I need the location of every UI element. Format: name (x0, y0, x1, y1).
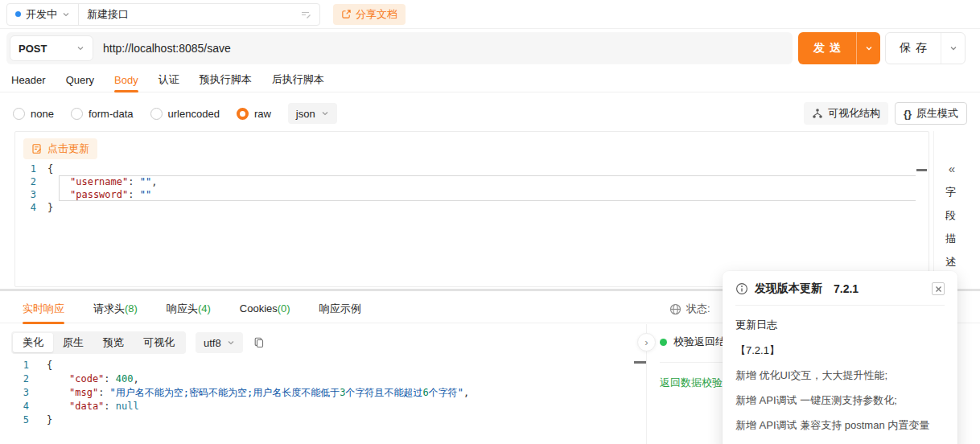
visual-structure-button[interactable]: 可视化结构 (804, 102, 888, 125)
changelog-item: 新增 API调试 一键压测支持参数化; (735, 393, 945, 408)
code-line: 2 "code": 400, (0, 372, 634, 386)
chevron-down-icon (865, 44, 873, 52)
body-row-right: 可视化结构 {} 原生模式 (804, 102, 967, 125)
field-description-label[interactable]: 字段描述 (945, 180, 958, 273)
tab-body[interactable]: Body (114, 68, 138, 92)
validation-status-dot (660, 339, 667, 346)
code-line: 4 "data": null (0, 400, 634, 413)
response-code-area[interactable]: 1 { 2 "code": 400, 3 "msg": "用户名不能为空;密码不… (0, 359, 634, 444)
count-badge: (0) (278, 302, 290, 314)
radio-raw[interactable]: raw (237, 108, 271, 120)
edit-icon[interactable] (300, 9, 311, 20)
api-name-value: 新建接口 (87, 7, 129, 22)
api-name-input[interactable]: 新建接口 (79, 4, 319, 25)
tab-post-script[interactable]: 后执行脚本 (272, 68, 324, 92)
share-doc-button[interactable]: 分享文档 (333, 4, 406, 25)
status-dot-icon (15, 11, 21, 17)
radio-circle-checked (237, 108, 249, 120)
body-editor[interactable]: 点击更新 1 { 2 "username": "", 3 "password":… (14, 131, 929, 287)
validation-title: 校验返回结 (673, 335, 726, 349)
send-button[interactable]: 发送 (798, 32, 880, 64)
changelog-item: 新增 API调试 兼容支持 postman 内置变量 (735, 417, 945, 433)
validation-title-row: 校验返回结 (660, 335, 726, 349)
radio-form-data[interactable]: form-data (71, 108, 134, 120)
api-status-select[interactable]: 开发中 (7, 4, 79, 25)
status-label: 开发中 (26, 7, 57, 22)
send-options-caret[interactable] (856, 32, 880, 64)
radio-circle (13, 108, 25, 120)
url-input[interactable]: http://localhost:8085/save (103, 42, 231, 55)
chevron-down-icon (76, 44, 84, 52)
body-type-row: none form-data urlencoded raw json 可视化结构… (0, 100, 980, 127)
validation-result-link[interactable]: 返回数据校验 (660, 376, 723, 390)
method-select[interactable]: POST (10, 35, 93, 61)
status-label: 状态: (686, 302, 710, 316)
minimap-code-dash (916, 169, 927, 171)
tab-response-example[interactable]: 响应示例 (319, 294, 361, 323)
body-code-area[interactable]: 1 { 2 "username": "", 3 "password": "" 4… (15, 162, 916, 286)
tab-header[interactable]: Header (11, 68, 46, 92)
send-label: 发送 (798, 32, 856, 64)
view-preview[interactable]: 预览 (93, 333, 134, 352)
code-line: 5 } (0, 413, 634, 427)
encoding-select[interactable]: utf8 (196, 332, 243, 353)
tab-pre-script[interactable]: 预执行脚本 (200, 68, 252, 92)
app-root: 开发中 新建接口 分享文档 POST http://localhost:8085… (0, 0, 980, 444)
count-badge: (8) (125, 302, 138, 314)
copy-response-button[interactable] (253, 336, 266, 349)
line-number: 3 (0, 386, 35, 400)
expand-panel-icon[interactable]: « (945, 162, 958, 175)
version-update-popup: 发现版本更新 7.2.1 更新日志 【7.2.1】 新增 优化UI交互，大大提升… (723, 271, 957, 444)
url-group: POST http://localhost:8085/save (6, 32, 793, 64)
radio-none[interactable]: none (13, 108, 54, 120)
api-name-group: 开发中 新建接口 (6, 3, 320, 26)
tab-cookies[interactable]: Cookies(0) (240, 294, 290, 323)
popup-header: 发现版本更新 7.2.1 (735, 282, 945, 296)
line-number: 1 (0, 359, 35, 372)
line-number: 2 (15, 175, 47, 188)
view-beautify[interactable]: 美化 (13, 333, 53, 352)
tab-query[interactable]: Query (66, 68, 94, 92)
view-raw[interactable]: 原生 (53, 333, 93, 352)
tab-response-headers[interactable]: 响应头(4) (167, 294, 211, 323)
changelog-title: 更新日志 (735, 318, 945, 332)
changelog-version-tag: 【7.2.1】 (735, 343, 945, 358)
click-update-button[interactable]: 点击更新 (23, 138, 97, 159)
minimap-code-dash (634, 361, 647, 364)
tab-auth[interactable]: 认证 (159, 68, 179, 92)
tab-realtime-response[interactable]: 实时响应 (23, 294, 64, 323)
code-line: 3 "msg": "用户名不能为空;密码不能为空;用户名长度不能低于3个字符且不… (0, 386, 634, 400)
raw-format-select[interactable]: json (288, 103, 337, 124)
share-doc-label: 分享文档 (356, 7, 397, 22)
chevron-down-icon (227, 339, 235, 347)
popup-title: 发现版本更新 (755, 282, 822, 296)
close-popup-button[interactable] (932, 282, 945, 295)
popup-version: 7.2.1 (834, 282, 859, 295)
share-icon (341, 9, 352, 19)
close-icon (935, 286, 942, 293)
divider (735, 305, 945, 306)
radio-circle (150, 108, 163, 120)
view-mode-segmented: 美化 原生 预览 可视化 (11, 331, 186, 354)
response-status: 状态: (669, 294, 710, 323)
save-button[interactable]: 保存 (885, 32, 966, 64)
chevron-down-icon (949, 44, 957, 52)
raw-mode-button[interactable]: {} 原生模式 (895, 102, 967, 125)
code-line: 1 { (15, 162, 916, 175)
radio-urlencoded[interactable]: urlencoded (150, 108, 220, 120)
chevron-down-icon (62, 10, 70, 18)
view-visualize[interactable]: 可视化 (134, 333, 184, 352)
editor-minimap[interactable] (916, 162, 929, 286)
line-number: 4 (0, 400, 35, 413)
line-number: 2 (0, 372, 35, 386)
count-badge: (4) (198, 302, 211, 314)
collapse-panel-button[interactable]: › (637, 333, 656, 352)
changelog-item: 新增 优化UI交互，大大提升性能; (735, 368, 945, 383)
code-line: 1 { (0, 359, 634, 372)
code-line: 4 } (15, 201, 916, 214)
save-options-caret[interactable] (941, 33, 965, 64)
code-line: 3 "password": "" (15, 188, 916, 201)
tab-request-headers[interactable]: 请求头(8) (93, 294, 138, 323)
line-number: 5 (0, 413, 35, 427)
line-number: 4 (15, 201, 47, 214)
